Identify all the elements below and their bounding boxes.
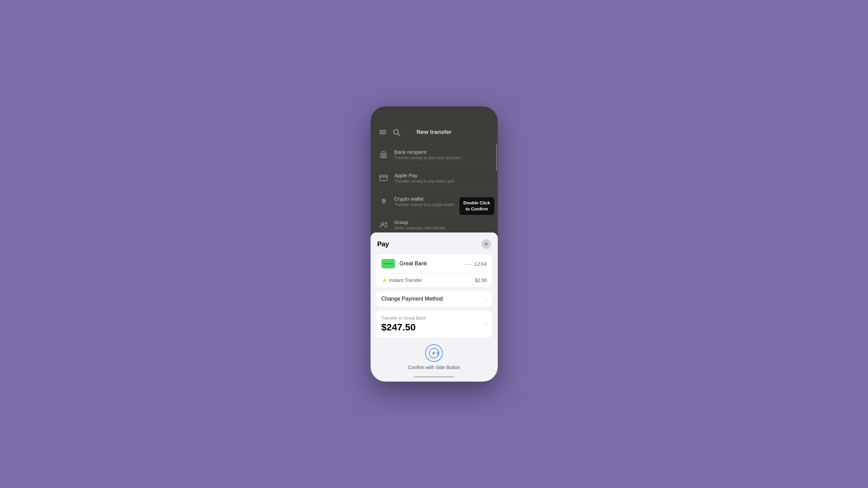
home-indicator [371, 373, 498, 382]
apple-pay-title: Apple Pay [394, 172, 454, 178]
instant-transfer-fee: $2.50 [475, 278, 487, 283]
scrollbar[interactable] [496, 144, 497, 171]
card-icon [377, 172, 390, 184]
card-section: Great Bank ···· 1234 ⚡ Instant Transfer … [376, 254, 492, 287]
transfer-info-content: Transfer to Great Bank $247.50 [381, 316, 426, 333]
bitcoin-icon [377, 195, 390, 207]
side-button-icon [429, 348, 439, 359]
change-payment-label: Change Payment Method [381, 296, 443, 302]
chevron-right-icon: › [485, 296, 487, 302]
svg-rect-5 [380, 175, 387, 181]
card-graphic [381, 259, 395, 268]
card-stripe [383, 263, 393, 264]
home-indicator-bar [414, 376, 454, 378]
card-number: ···· 1234 [465, 261, 487, 267]
confirm-section: Confirm with Side Button [371, 338, 498, 373]
card-row: Great Bank ···· 1234 [376, 254, 492, 273]
double-click-tooltip: Double Click to Confirm [459, 197, 494, 215]
apple-pay-sheet: Pay ✕ Great Bank ···· 1234 ⚡ Instant Tra… [371, 232, 498, 382]
close-button[interactable]: ✕ [481, 239, 491, 249]
apple-pay-logo: Pay [377, 240, 389, 248]
svg-point-12 [385, 223, 387, 224]
group-title: Group [394, 219, 445, 225]
change-payment-method-button[interactable]: Change Payment Method › [376, 291, 492, 307]
confirm-label: Confirm with Side Button [408, 365, 460, 370]
apple-pay-text: Apple Pay Transfer money to any debit ca… [394, 172, 454, 184]
svg-rect-14 [437, 351, 438, 355]
transfer-amount: $247.50 [381, 322, 426, 333]
page-title: New transfer [417, 129, 452, 136]
sheet-header: Pay ✕ [371, 239, 498, 254]
apple-pay-subtitle: Transfer money to any debit card [394, 179, 454, 184]
svg-line-4 [398, 134, 400, 136]
app-header: New transfer [371, 106, 498, 143]
bank-recipient-subtitle: Transfer money to any bank account [394, 156, 460, 160]
crypto-title: Crypto wallet [394, 196, 454, 202]
bank-recipient-text: Bank recipient Transfer money to any ban… [394, 149, 460, 160]
group-icon [377, 219, 390, 231]
instant-transfer-text: Instant Transfer [389, 278, 422, 283]
menu-item-apple-pay[interactable]: Apple Pay Transfer money to any debit ca… [371, 166, 498, 190]
search-icon[interactable] [391, 127, 402, 138]
bank-recipient-title: Bank recipient [394, 149, 460, 155]
double-click-line2: to Confirm [463, 206, 490, 212]
group-subtitle: Settle expenses with friends [394, 226, 445, 230]
menu-icon[interactable] [377, 127, 388, 138]
svg-point-11 [381, 223, 383, 225]
group-text: Group Settle expenses with friends [394, 219, 445, 230]
transfer-info-row[interactable]: Transfer to Great Bank $247.50 › [376, 311, 492, 338]
card-last4: 1234 [474, 261, 487, 267]
lightning-icon: ⚡ [381, 278, 387, 283]
menu-item-bank-recipient[interactable]: Bank recipient Transfer money to any ban… [371, 143, 498, 166]
card-dots: ···· [465, 261, 472, 267]
double-click-line1: Double Click [463, 200, 490, 206]
crypto-text: Crypto wallet Transfer money to a crypto… [394, 196, 454, 207]
transfer-to-label: Transfer to Great Bank [381, 316, 426, 321]
confirm-icon-circle[interactable] [425, 344, 443, 362]
crypto-subtitle: Transfer money to a crypto wallet [394, 202, 454, 207]
phone-container: New transfer Bank recipient Transfer mon… [371, 106, 498, 382]
menu-list: Bank recipient Transfer money to any ban… [371, 143, 498, 237]
transfer-chevron-right-icon: › [485, 321, 487, 327]
card-bank-name: Great Bank [400, 261, 466, 267]
instant-transfer-label: ⚡ Instant Transfer [381, 278, 422, 283]
instant-transfer-row: ⚡ Instant Transfer $2.50 [376, 273, 492, 287]
bank-icon [377, 148, 390, 161]
